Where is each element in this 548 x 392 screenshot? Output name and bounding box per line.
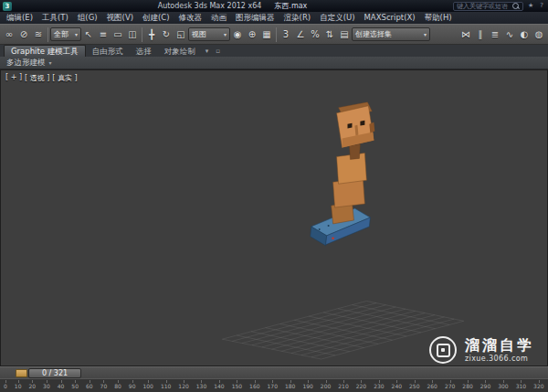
frame-tick-label: 130 — [196, 379, 206, 389]
window-crossing-icon[interactable]: ◫ — [125, 26, 140, 43]
track-bar[interactable]: 0102030405060708090100110120130140150160… — [0, 378, 548, 392]
title-bar: 3 Autodesk 3ds Max 2012 x64东西.max ★ ? — [0, 0, 548, 12]
select-object-icon[interactable]: ↖ — [81, 26, 96, 43]
rectangular-region-icon[interactable]: ▭ — [111, 26, 125, 43]
time-slider-key-marker[interactable] — [16, 369, 27, 377]
frame-tick-label: 210 — [338, 379, 348, 389]
menu-item[interactable]: 创建(C) — [138, 12, 174, 24]
keyboard-override-icon[interactable]: ▦ — [259, 26, 274, 43]
frame-tick-label: 300 — [498, 379, 508, 389]
frame-tick-label: 320 — [533, 379, 543, 389]
panel-expand-icon[interactable]: ▾ — [49, 59, 52, 66]
model-character[interactable] — [332, 102, 375, 224]
infocenter-search[interactable] — [453, 2, 523, 11]
frame-tick-label: 140 — [214, 379, 224, 389]
ribbon-tab[interactable]: 对象绘制 — [158, 46, 202, 57]
edit-named-selection-sets-icon[interactable]: ▤ — [337, 26, 352, 43]
reference-coordinate-value: 视图 — [192, 29, 206, 39]
watermark-logo-icon — [429, 336, 457, 364]
window-title: Autodesk 3ds Max 2012 x64 — [158, 2, 262, 10]
watermark-title: 溜溜自学 — [465, 337, 534, 354]
snaps-toggle-3d-icon[interactable]: 3 — [279, 26, 293, 43]
link-tool-group: ∞⊘≋ — [2, 26, 46, 43]
frame-tick-label: 170 — [268, 379, 278, 389]
frame-tick-label: 120 — [178, 379, 188, 389]
select-and-scale-icon[interactable]: ◱ — [174, 26, 188, 43]
ribbon-overflow-caret-icon[interactable]: ▾ — [202, 46, 213, 57]
frame-tick-label: 230 — [374, 379, 384, 389]
favorites-star-icon[interactable]: ★ — [526, 0, 535, 12]
viewport-canvas — [1, 70, 547, 366]
frame-tick-label: 180 — [285, 379, 295, 389]
frame-tick-label: 260 — [427, 379, 437, 389]
render-setup-icon[interactable]: ◍ — [532, 26, 546, 43]
frame-tick-label: 20 — [28, 379, 36, 389]
menu-item[interactable]: 动画 — [206, 12, 231, 24]
help-icon[interactable]: ? — [538, 0, 545, 12]
select-and-link-icon[interactable]: ∞ — [2, 26, 16, 43]
angle-snap-icon[interactable]: ∠ — [293, 26, 308, 43]
frame-tick-label: 290 — [480, 379, 490, 389]
ribbon-minimize-icon[interactable]: ▫ — [212, 46, 224, 57]
curve-editor-icon[interactable]: ∿ — [502, 26, 517, 43]
menu-item[interactable]: 自定义(U) — [315, 12, 359, 24]
snap-tool-group: 3∠%⇅ — [279, 26, 337, 43]
time-slider[interactable]: 0 / 321 — [0, 366, 548, 378]
chevron-down-icon: ▾ — [424, 31, 427, 37]
select-and-rotate-icon[interactable]: ↻ — [159, 26, 174, 43]
frame-tick-label: 150 — [232, 379, 242, 389]
frame-tick-label: 60 — [86, 379, 93, 389]
frame-tick-label: 270 — [445, 379, 455, 389]
frame-tick-label: 280 — [462, 379, 472, 389]
menu-item[interactable]: 渲染(R) — [279, 12, 316, 24]
ribbon-tab[interactable]: Graphite 建模工具 — [4, 45, 86, 57]
material-editor-icon[interactable]: ◐ — [517, 26, 532, 43]
mirror-icon[interactable]: ⋈ — [458, 26, 473, 43]
reference-coordinate-dropdown[interactable]: 视图 ▾ — [188, 27, 230, 41]
percent-snap-icon[interactable]: % — [308, 26, 322, 43]
frame-tick-label: 80 — [114, 379, 121, 389]
select-by-name-icon[interactable]: ≡ — [96, 26, 111, 43]
menu-item[interactable]: 组(G) — [73, 12, 102, 24]
menu-item[interactable]: 编辑(E) — [2, 12, 37, 24]
unlink-selection-icon[interactable]: ⊘ — [16, 26, 31, 43]
time-slider-handle[interactable]: 0 / 321 — [28, 368, 81, 378]
ribbon-tab[interactable]: 自由形式 — [86, 46, 130, 57]
ribbon-tab[interactable]: 选择 — [130, 46, 158, 57]
app-logo-icon[interactable]: 3 — [3, 2, 12, 11]
pivot-tool-group: ◉⊕▦ — [230, 26, 274, 43]
viewport-shading-menu[interactable]: [ 真实 ] — [52, 73, 77, 83]
ribbon-tab-bar: Graphite 建模工具自由形式选择对象绘制 ▾ ▫ — [0, 45, 548, 57]
align-icon[interactable]: ∥ — [473, 26, 488, 43]
menu-item[interactable]: 帮助(H) — [420, 12, 457, 24]
menu-item[interactable]: MAXScript(X) — [360, 12, 420, 24]
frame-tick-label: 160 — [249, 379, 259, 389]
use-pivot-center-icon[interactable]: ◉ — [230, 26, 245, 43]
search-input[interactable] — [457, 3, 510, 10]
selection-filter-value: 全部 — [54, 29, 68, 39]
frame-tick-label: 240 — [392, 379, 402, 389]
viewport-pov-menu[interactable]: [ 透视 ] — [25, 73, 49, 83]
search-icon[interactable] — [512, 3, 520, 10]
menu-item[interactable]: 工具(T) — [37, 12, 73, 24]
menu-bar: 编辑(E)工具(T)组(G)视图(V)创建(C)修改器动画图形编辑器渲染(R)自… — [0, 12, 548, 24]
bind-to-space-warp-icon[interactable]: ≋ — [31, 26, 46, 43]
select-and-move-icon[interactable]: ╋ — [144, 26, 159, 43]
render-tool-group: ⋈∥≣∿◐◍ — [458, 26, 546, 43]
viewport-general-menu[interactable]: [ + ] — [5, 73, 22, 83]
toolbar-separator — [276, 27, 277, 42]
selection-filter-dropdown[interactable]: 全部 ▾ — [50, 27, 81, 41]
transform-tool-group: ╋↻◱ — [144, 26, 188, 43]
named-selection-set-dropdown[interactable]: 创建选择集 ▾ — [352, 27, 430, 41]
frame-tick-label: 40 — [58, 379, 65, 389]
menu-item[interactable]: 视图(V) — [102, 12, 138, 24]
viewport-perspective[interactable]: [ + ] [ 透视 ] [ 真实 ] 溜溜自学 zixue.3066.com — [0, 69, 548, 366]
polygon-modeling-panel[interactable]: 多边形建模 — [6, 58, 46, 69]
spinner-snap-icon[interactable]: ⇅ — [322, 26, 337, 43]
viewport-label: [ + ] [ 透视 ] [ 真实 ] — [5, 73, 78, 83]
menu-item[interactable]: 图形编辑器 — [231, 12, 279, 24]
frame-tick-label: 90 — [129, 379, 136, 389]
layer-manager-icon[interactable]: ≣ — [488, 26, 502, 43]
menu-item[interactable]: 修改器 — [174, 12, 207, 24]
select-and-manipulate-icon[interactable]: ⊕ — [245, 26, 259, 43]
